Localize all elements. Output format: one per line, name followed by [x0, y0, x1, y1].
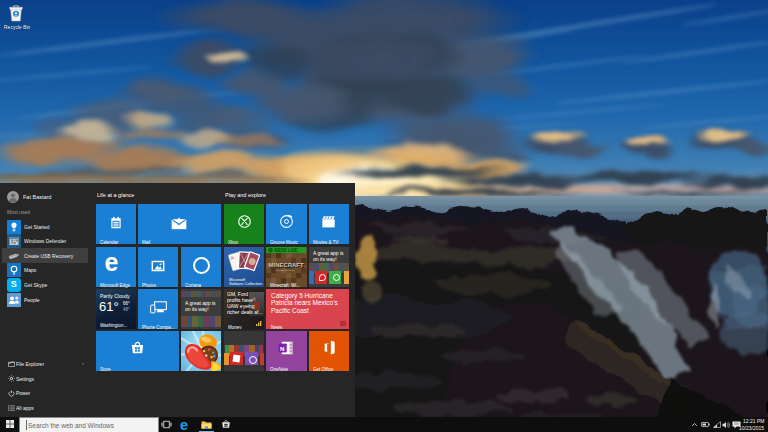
svg-text:MINECRAFT: MINECRAFT	[269, 261, 304, 268]
svg-text:N: N	[280, 344, 285, 351]
svg-text:XBOX LIVE: XBOX LIVE	[274, 247, 298, 252]
svg-text:POCKET EDITION: POCKET EDITION	[275, 268, 295, 270]
